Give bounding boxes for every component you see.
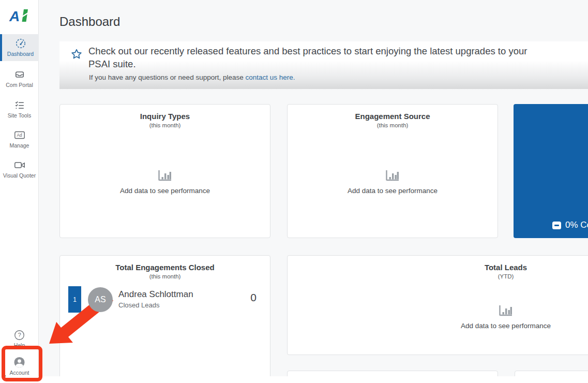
sidebar-item-label: Manage — [10, 143, 29, 149]
conversion-card: 0% Co — [514, 104, 588, 238]
svg-text:Ad: Ad — [17, 132, 22, 138]
inquiry-types-card: Inquiry Types (this month) Add data to s… — [59, 104, 270, 238]
sidebar-item-label: Site Tools — [8, 113, 31, 119]
banner-support-text: If you have any questions or need suppor… — [89, 73, 295, 81]
contact-us-link[interactable]: contact us here. — [245, 73, 295, 81]
svg-text:A: A — [9, 8, 20, 24]
leaderboard-row: 1 AS Andrea Schlottman Closed Leads 0 — [60, 286, 270, 313]
avatar: AS — [88, 287, 113, 312]
checklist-icon — [14, 99, 25, 111]
page-title: Dashboard — [59, 14, 120, 29]
sidebar-item-site-tools[interactable]: Site Tools — [0, 96, 39, 121]
svg-text:?: ? — [18, 332, 21, 338]
sidebar-item-account[interactable]: Account — [0, 353, 39, 376]
sidebar-item-label: Account — [10, 370, 29, 376]
sidebar-item-com-portal[interactable]: Com Portal — [0, 65, 39, 90]
card-period: (this month) — [60, 273, 270, 279]
card-period: (this month) — [288, 122, 497, 128]
sidebar-item-manage[interactable]: Ad Manage — [0, 126, 39, 151]
app-logo: A — [0, 4, 39, 27]
person-name: Andrea Schlottman — [118, 289, 193, 300]
sidebar-item-dashboard[interactable]: Dashboard — [0, 34, 39, 61]
banner-message-line2: PSAI suite. — [88, 58, 136, 70]
metric-label: Closed Leads — [118, 301, 160, 309]
bar-chart-icon — [386, 170, 399, 181]
total-engagements-closed-card: Total Engagements Closed (this month) 1 … — [59, 255, 270, 376]
card-period: (this month) — [60, 122, 270, 128]
sidebar-item-label: Dashboard — [7, 51, 34, 57]
star-icon — [70, 48, 83, 61]
help-icon: ? — [14, 330, 25, 341]
partial-card — [287, 371, 498, 376]
card-title: Total Engagements Closed — [60, 263, 270, 272]
sidebar-item-visual-quoter[interactable]: Visual Quoter — [0, 156, 39, 181]
account-icon — [13, 357, 26, 368]
empty-state-text: Add data to see performance — [288, 187, 497, 195]
support-prefix: If you have any questions or need suppor… — [89, 73, 245, 81]
total-leads-card: Total Leads (YTD) Add data to see perfor… — [287, 255, 588, 355]
announcement-banner: Check out our recently released features… — [59, 41, 588, 89]
card-title: Engagement Source — [288, 112, 497, 121]
psai-logo-icon: A — [9, 7, 31, 24]
inbox-icon — [14, 69, 25, 80]
sidebar-item-help[interactable]: ? Help — [0, 326, 39, 349]
metric-value: 0 — [250, 291, 257, 304]
video-camera-icon — [13, 159, 26, 171]
sidebar-item-label: Help — [14, 343, 25, 348]
partial-card — [515, 371, 588, 376]
banner-message-line1: Check out our recently released features… — [88, 46, 527, 57]
app-window: A Dashboard Com Portal — [0, 0, 588, 376]
bar-chart-icon — [499, 305, 512, 316]
minus-square-icon — [552, 222, 561, 229]
conversion-label: 0% Co — [565, 220, 588, 230]
gauge-icon — [15, 38, 26, 49]
card-period: (YTD) — [288, 273, 588, 279]
screen-artifact — [2, 373, 6, 376]
card-title: Total Leads — [288, 263, 588, 272]
ad-icon: Ad — [13, 129, 26, 141]
sidebar: A Dashboard Com Portal — [0, 0, 39, 376]
card-title: Inquiry Types — [60, 112, 270, 121]
rank-badge: 1 — [68, 286, 81, 313]
sidebar-item-label: Visual Quoter — [3, 173, 36, 179]
empty-state-text: Add data to see performance — [288, 322, 588, 330]
sidebar-item-label: Com Portal — [6, 82, 33, 88]
empty-state-text: Add data to see performance — [60, 187, 270, 195]
engagement-source-card: Engagement Source (this month) Add data … — [287, 104, 498, 238]
bar-chart-icon — [158, 170, 172, 181]
